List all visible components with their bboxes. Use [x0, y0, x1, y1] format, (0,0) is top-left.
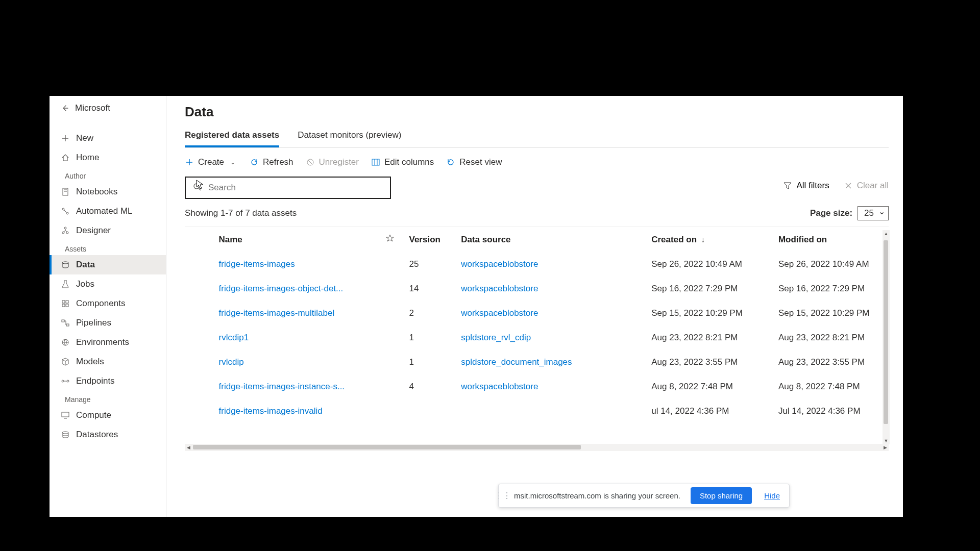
- chevron-down-icon: ⌄: [228, 158, 237, 167]
- sidebar-item-label: Data: [76, 260, 95, 270]
- sidebar-item-label: Endpoints: [76, 376, 115, 386]
- data-source-link[interactable]: spldstore_rvl_cdip: [461, 333, 531, 342]
- sidebar-endpoints[interactable]: Endpoints: [50, 371, 166, 391]
- showing-count: Showing 1-7 of 7 data assets: [185, 208, 297, 218]
- version-cell: 1: [404, 325, 456, 350]
- col-name[interactable]: Name: [214, 227, 381, 252]
- toolbar: Create ⌄ Refresh Unregister Edit column: [185, 157, 889, 167]
- sidebar-new[interactable]: New: [50, 129, 166, 148]
- version-cell: 2: [404, 301, 456, 325]
- table-row[interactable]: rvlcdip11spldstore_rvl_cdipAug 23, 2022 …: [185, 325, 889, 350]
- scroll-thumb[interactable]: [884, 240, 888, 424]
- tab-registered-assets[interactable]: Registered data assets: [185, 127, 279, 147]
- sidebar-compute[interactable]: Compute: [50, 406, 166, 425]
- sidebar-home[interactable]: Home: [50, 148, 166, 167]
- create-button[interactable]: Create ⌄: [185, 157, 237, 167]
- col-version[interactable]: Version: [404, 227, 456, 252]
- sidebar-jobs[interactable]: Jobs: [50, 274, 166, 294]
- tab-dataset-monitors[interactable]: Dataset monitors (preview): [298, 127, 401, 147]
- sidebar-item-label: Models: [76, 357, 104, 367]
- svg-rect-19: [372, 159, 379, 165]
- sidebar-pipelines[interactable]: Pipelines: [50, 313, 166, 333]
- drag-handle-icon[interactable]: ⋮⋮: [499, 491, 507, 500]
- created-cell: Aug 23, 2022 8:21 PM: [646, 325, 773, 350]
- scroll-left-icon[interactable]: ◀: [185, 444, 192, 451]
- edit-columns-button[interactable]: Edit columns: [371, 157, 434, 167]
- created-cell: Sep 16, 2022 7:29 PM: [646, 277, 773, 301]
- asset-name-link[interactable]: fridge-items-images-object-det...: [219, 284, 344, 293]
- col-created-on[interactable]: Created on ↓: [646, 227, 773, 252]
- sort-desc-icon: ↓: [701, 236, 705, 244]
- asset-name-link[interactable]: fridge-items-images: [219, 259, 295, 269]
- data-source-link[interactable]: spldstore_document_images: [461, 357, 572, 367]
- col-favorite[interactable]: [381, 227, 404, 252]
- sidebar-item-label: Jobs: [76, 279, 94, 289]
- sidebar-automated-ml[interactable]: Automated ML: [50, 202, 166, 221]
- table-row[interactable]: rvlcdip1spldstore_document_imagesAug 23,…: [185, 350, 889, 374]
- table-row[interactable]: fridge-items-images-instance-s...4worksp…: [185, 374, 889, 399]
- sidebar-designer[interactable]: Designer: [50, 221, 166, 240]
- svg-rect-8: [66, 300, 68, 303]
- scroll-down-icon[interactable]: ▼: [883, 437, 890, 444]
- sidebar-environments[interactable]: Environments: [50, 333, 166, 352]
- asset-name-link[interactable]: fridge-items-images-invalid: [219, 406, 323, 416]
- version-cell: 25: [404, 252, 456, 277]
- svg-rect-10: [66, 304, 68, 307]
- reset-view-button[interactable]: Reset view: [446, 157, 502, 167]
- hide-banner-button[interactable]: Hide: [755, 491, 789, 500]
- button-label: Unregister: [319, 157, 359, 167]
- svg-point-1: [62, 208, 64, 210]
- sidebar-models[interactable]: Models: [50, 352, 166, 371]
- data-source-link[interactable]: workspaceblobstore: [461, 382, 538, 391]
- sidebar-components[interactable]: Components: [50, 294, 166, 313]
- svg-point-17: [62, 432, 68, 434]
- scroll-up-icon[interactable]: ▲: [883, 230, 890, 237]
- scroll-thumb[interactable]: [193, 445, 581, 449]
- sidebar-item-label: Components: [76, 298, 125, 309]
- button-label: Create: [198, 157, 224, 167]
- scroll-right-icon[interactable]: ▶: [881, 444, 889, 451]
- sidebar-datastores[interactable]: Datastores: [50, 425, 166, 444]
- col-modified-on[interactable]: Modified on: [773, 227, 889, 252]
- clear-all-button[interactable]: Clear all: [844, 181, 889, 191]
- search-input[interactable]: [208, 183, 390, 193]
- stop-sharing-button[interactable]: Stop sharing: [691, 487, 752, 504]
- version-cell: 14: [404, 277, 456, 301]
- page-size-select[interactable]: 25: [857, 206, 889, 220]
- refresh-button[interactable]: Refresh: [250, 157, 293, 167]
- asset-name-link[interactable]: rvlcdip: [219, 357, 244, 367]
- data-source-link[interactable]: workspaceblobstore: [461, 284, 538, 293]
- asset-name-link[interactable]: fridge-items-images-instance-s...: [219, 382, 345, 391]
- svg-point-6: [62, 262, 68, 264]
- table-row[interactable]: fridge-items-images25workspaceblobstoreS…: [185, 252, 889, 277]
- data-source-link[interactable]: workspaceblobstore: [461, 259, 538, 269]
- search-input-container[interactable]: [185, 177, 391, 199]
- vertical-scrollbar[interactable]: ▲ ▼: [883, 230, 890, 444]
- asset-name-link[interactable]: fridge-items-images-multilabel: [219, 308, 335, 318]
- button-label: Clear all: [857, 181, 889, 191]
- button-label: All filters: [796, 181, 829, 191]
- plus-icon: [61, 134, 70, 143]
- modified-cell: Jul 14, 2022 4:36 PM: [773, 399, 889, 423]
- screen-share-banner: ⋮⋮ msit.microsoftstream.com is sharing y…: [498, 484, 790, 508]
- brand-back[interactable]: Microsoft: [50, 98, 166, 118]
- version-cell: 1: [404, 350, 456, 374]
- created-cell: Aug 23, 2022 3:55 PM: [646, 350, 773, 374]
- button-label: Edit columns: [384, 157, 434, 167]
- sidebar-item-label: Datastores: [76, 430, 118, 440]
- datastore-icon: [61, 430, 70, 439]
- sidebar-item-label: Pipelines: [76, 318, 111, 328]
- sidebar-data[interactable]: Data: [50, 255, 166, 274]
- table-row[interactable]: fridge-items-images-object-det...14works…: [185, 277, 889, 301]
- horizontal-scrollbar[interactable]: ◀ ▶: [185, 444, 889, 451]
- table-row[interactable]: fridge-items-images-multilabel2workspace…: [185, 301, 889, 325]
- asset-name-link[interactable]: rvlcdip1: [219, 333, 249, 342]
- col-data-source[interactable]: Data source: [456, 227, 646, 252]
- table-row[interactable]: fridge-items-images-invalidul 14, 2022 4…: [185, 399, 889, 423]
- created-cell: Sep 26, 2022 10:49 AM: [646, 252, 773, 277]
- all-filters-button[interactable]: All filters: [783, 181, 829, 191]
- data-source-link[interactable]: workspaceblobstore: [461, 308, 538, 318]
- version-cell: [404, 399, 456, 423]
- created-cell: Aug 8, 2022 7:48 PM: [646, 374, 773, 399]
- sidebar-notebooks[interactable]: Notebooks: [50, 182, 166, 202]
